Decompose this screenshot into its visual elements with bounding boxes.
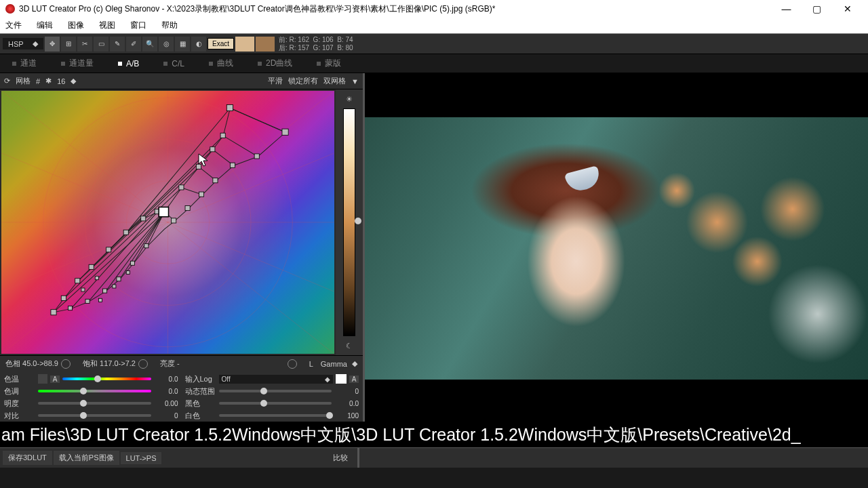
marquee-tool-icon[interactable]: ▭: [94, 37, 108, 52]
黑色-slider[interactable]: [219, 402, 332, 405]
cut-tool-icon[interactable]: ✂: [77, 37, 92, 52]
sun-icon[interactable]: ☀: [342, 92, 356, 106]
menu-file[interactable]: 文件: [3, 20, 24, 31]
svg-rect-40: [95, 277, 98, 280]
对比-label: 对比: [4, 411, 35, 421]
svg-rect-23: [282, 129, 288, 135]
toolbar: HSP◆ ✥ ⊞ ✂ ▭ ✎ ✐ 🔍 ◎ ▦ ◐ Exact 前: R: 162…: [0, 34, 868, 54]
smooth-button[interactable]: 平滑: [268, 76, 283, 86]
gamma-select[interactable]: Gamma: [321, 360, 347, 368]
hue-reset-icon[interactable]: [61, 359, 71, 369]
wand-tool-icon[interactable]: ✎: [110, 37, 125, 52]
黑色-value: 0.0: [334, 400, 359, 407]
compare-button[interactable]: 比较: [328, 451, 353, 465]
auto-toggle[interactable]: A: [349, 375, 359, 383]
黑色-label: 黑色: [185, 399, 216, 409]
grid-size[interactable]: 16: [57, 77, 65, 85]
menu-view[interactable]: 视图: [96, 20, 118, 31]
svg-rect-19: [196, 164, 201, 169]
dualgrid-button[interactable]: 双网格: [323, 76, 346, 86]
grid-star-icon[interactable]: ✱: [45, 77, 52, 85]
色温-slider[interactable]: [62, 378, 151, 380]
dropdown-icon[interactable]: ▼: [351, 77, 359, 85]
lum-readout: 亮度 -: [160, 359, 180, 369]
swatch-after[interactable]: [256, 37, 275, 52]
colorspace-select[interactable]: HSP◆: [3, 38, 43, 49]
tab-mask[interactable]: 蒙版: [304, 54, 353, 73]
tab-channels[interactable]: 通道: [0, 54, 49, 73]
对比-value: 0: [154, 412, 178, 420]
svg-rect-38: [126, 270, 130, 274]
exact-button[interactable]: Exact: [208, 38, 234, 49]
svg-rect-26: [213, 178, 218, 183]
svg-rect-10: [61, 296, 66, 300]
svg-rect-28: [185, 205, 190, 210]
picker-tool-icon[interactable]: ✐: [126, 37, 141, 52]
grid-hash-icon[interactable]: #: [36, 77, 40, 85]
gamma-reset-icon[interactable]: [288, 359, 297, 369]
auto-toggle[interactable]: A: [50, 375, 60, 383]
白色-slider[interactable]: [219, 414, 332, 417]
svg-rect-39: [81, 288, 85, 291]
明度-slider[interactable]: [38, 402, 151, 405]
picker-icon[interactable]: [38, 374, 47, 384]
menu-window[interactable]: 窗口: [127, 20, 149, 31]
swatch-before[interactable]: [235, 37, 254, 52]
动态范围-value: 0: [334, 388, 359, 395]
swatch[interactable]: [336, 374, 347, 384]
输入Log-dropdown[interactable]: Off◆: [219, 375, 334, 384]
白色-label: 白色: [185, 411, 216, 421]
白色-value: 100: [334, 412, 359, 420]
ab-color-grid[interactable]: [1, 91, 334, 354]
tab-2dcurves[interactable]: 2D曲线: [245, 54, 304, 73]
minimize-button[interactable]: —: [771, 0, 802, 18]
动态范围-slider[interactable]: [219, 390, 332, 392]
flip-tool-icon[interactable]: ◐: [191, 37, 206, 52]
svg-rect-34: [130, 261, 134, 265]
tab-curves[interactable]: 曲线: [197, 54, 245, 73]
sat-readout: 饱和 117.0->7.2: [83, 359, 136, 369]
svg-rect-37: [113, 285, 116, 288]
target-tool-icon[interactable]: ◎: [159, 37, 174, 52]
grid2-tool-icon[interactable]: ▦: [175, 37, 190, 52]
明度-value: 0.00: [154, 400, 178, 407]
moon-icon[interactable]: ☾: [342, 339, 356, 352]
tab-ab[interactable]: A/B: [106, 54, 151, 73]
色调-slider[interactable]: [38, 390, 151, 392]
move-tool-icon[interactable]: ✥: [45, 37, 60, 52]
window-title: 3D LUT Creator Pro (c) Oleg Sharonov - X…: [19, 3, 771, 15]
maximize-button[interactable]: ▢: [802, 0, 832, 18]
close-button[interactable]: ✕: [832, 0, 863, 18]
对比-slider[interactable]: [38, 414, 151, 417]
load-ps-button[interactable]: 载入当前PS图像: [54, 451, 119, 465]
refresh-icon[interactable]: ⟳: [4, 77, 10, 85]
svg-rect-9: [51, 310, 56, 315]
menu-help[interactable]: 帮助: [159, 20, 180, 31]
menu-image[interactable]: 图像: [65, 20, 87, 31]
sat-reset-icon[interactable]: [138, 359, 148, 369]
grid-spinner-icon[interactable]: ◆: [71, 77, 76, 85]
rgb-readout: 前: R: 162 G: 106 B: 74 后: R: 157 G: 107 …: [279, 36, 353, 52]
svg-rect-17: [159, 207, 168, 217]
svg-rect-29: [172, 218, 176, 223]
app-icon: [5, 4, 15, 14]
tab-cl[interactable]: C/L: [151, 54, 197, 73]
zoom-tool-icon[interactable]: 🔍: [142, 37, 157, 52]
lut-to-ps-button[interactable]: LUT->PS: [121, 452, 162, 464]
svg-rect-25: [230, 163, 235, 167]
svg-rect-14: [123, 230, 128, 235]
preview-image: [365, 117, 868, 380]
grid-tool-icon[interactable]: ⊞: [61, 37, 76, 52]
preview-pane[interactable]: [365, 73, 868, 423]
svg-rect-27: [199, 192, 203, 197]
luminance-slider[interactable]: [343, 108, 355, 336]
menu-bar: 文件 编辑 图像 视图 窗口 帮助: [0, 18, 868, 34]
menu-edit[interactable]: 编辑: [34, 20, 56, 31]
svg-rect-30: [68, 306, 72, 310]
色温-label: 色温: [4, 374, 35, 384]
tab-bar: 通道 通道量 A/B C/L 曲线 2D曲线 蒙版: [0, 54, 868, 73]
lockall-button[interactable]: 锁定所有: [288, 76, 318, 86]
明度-label: 明度: [4, 399, 35, 409]
tab-channel-amount[interactable]: 通道量: [49, 54, 106, 73]
save-3dlut-button[interactable]: 保存3DLUT: [3, 451, 52, 465]
